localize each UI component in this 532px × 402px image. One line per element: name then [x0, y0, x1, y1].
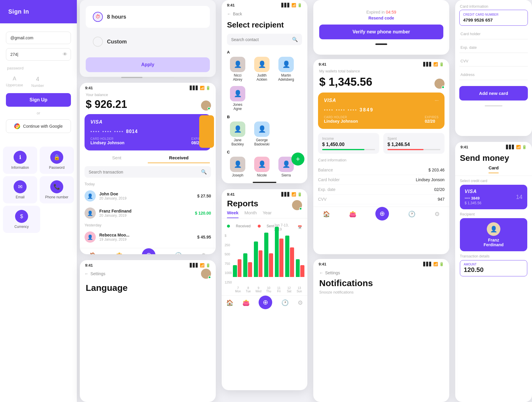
nav-wallet-bw[interactable]: 👛	[349, 210, 356, 221]
send-card-last4: 3849	[471, 196, 480, 200]
custom-radio[interactable]	[93, 37, 103, 47]
email-field[interactable]	[6, 32, 71, 44]
cc-number-field[interactable]: Credit card number 4799 9526 657	[459, 10, 528, 26]
contacts-row-a2: 👤 JonesAgne	[222, 85, 307, 112]
nav-history-icon[interactable]: 🕐	[281, 299, 289, 309]
nav-wallet-icon[interactable]: 👛	[242, 299, 250, 309]
bottom-nav-bw: 🏠 👛 ⊕ 🕐 ⚙	[313, 207, 449, 224]
address-field[interactable]: Address	[459, 69, 528, 80]
nav-home-icon[interactable]: 🏠	[226, 299, 233, 309]
contact-joseph[interactable]: 👤 Joseph	[227, 157, 248, 177]
amount-field[interactable]: Amount 120.50	[460, 260, 527, 276]
eye-icon[interactable]: 👁	[63, 52, 67, 57]
tab-month[interactable]: Month	[244, 210, 257, 218]
card-menu-icon[interactable]: ···	[435, 98, 439, 103]
contact-name-jones: JonesAgne	[233, 103, 242, 111]
credit-card-select[interactable]: VISA •••• 3849 $ 1,345.56 14	[460, 185, 527, 209]
nav-settings-bw[interactable]: ⚙	[434, 210, 440, 221]
settings-item-currency[interactable]: $ Currency	[3, 206, 40, 233]
transaction-item-3[interactable]: 👤 Rebecca Moo... 19 January, 2019 $ 45.9…	[80, 228, 216, 246]
settings-item-information[interactable]: ℹ Information	[3, 147, 37, 174]
signin-title: Sign In	[8, 8, 29, 15]
hours-radio[interactable]: ⏱	[93, 12, 103, 22]
contact-nicci[interactable]: 👤 NicciAbrey	[227, 57, 248, 82]
settings-item-phone[interactable]: 📞 Phone number	[40, 176, 74, 203]
settings-item-password[interactable]: 🔒 Password	[40, 147, 74, 174]
card-holder-label: CARD HOLDER	[90, 137, 124, 140]
contacts-row-a: 👤 NicciAbrey 👤 JudithAcklen 👤 MartinAdel…	[222, 56, 307, 83]
verify-indicator	[375, 43, 387, 45]
contact-name-george: GeorgeBadowski	[254, 138, 269, 147]
contacts-row-b: 👤 JaneBackley 👤 GeorgeBadowski	[222, 120, 307, 148]
contact-jones[interactable]: 👤 JonesAgne	[227, 86, 248, 111]
visa-card-orange[interactable]: VISA ··· •••• •••• •••• 3849 CARD HOLDER…	[318, 93, 445, 129]
amount-label: Amount	[464, 263, 523, 266]
recipient-card: 👤 FranzFerdinand	[460, 218, 527, 251]
send-money-panel: 9:41 ▋▋▋ 📶 🔋 Send money Card Select cred…	[455, 142, 532, 402]
txn-name-1: John Doe	[99, 192, 194, 196]
phone-status-bar: 9:41 ▋▋▋ 📶 🔋	[80, 83, 216, 91]
bar-green-7	[296, 259, 300, 277]
nav-settings-icon[interactable]: ⚙	[201, 252, 206, 254]
phone-bar-recipient: 9:41 ▋▋▋ 📶 🔋	[222, 0, 307, 9]
password-field[interactable]	[6, 48, 71, 61]
google-label: Continue with Google	[23, 124, 63, 129]
nav-history-icon[interactable]: 🕐	[175, 252, 182, 254]
phone-icon: 📞	[50, 180, 63, 193]
nav-wallet-icon[interactable]: 👛	[116, 252, 123, 254]
contact-nicole[interactable]: 👤 Nicole	[251, 157, 273, 177]
custom-item[interactable]: Custom	[86, 31, 210, 53]
nav-home-icon[interactable]: 🏠	[89, 252, 97, 254]
visa-card-purple[interactable]: VISA •••• •••• •••• 8014 CARD HOLDER Lin…	[85, 114, 211, 150]
balance-value: $ 926.21	[80, 98, 216, 114]
nav-fab-button[interactable]: ⊕	[142, 248, 155, 254]
add-contact-button[interactable]: +	[291, 153, 304, 166]
tab-year[interactable]: Year	[263, 210, 272, 218]
google-signin-button[interactable]: G Continue with Google	[6, 119, 71, 133]
contact-avatar-nicci: 👤	[230, 57, 245, 72]
resend-link[interactable]: Resend code	[319, 16, 443, 20]
tab-received[interactable]: Received	[148, 155, 210, 163]
nav-fab-bw[interactable]: ⊕	[375, 207, 389, 221]
contact-search-input[interactable]	[231, 37, 290, 42]
hours-item[interactable]: ⏱ 8 hours	[86, 6, 210, 28]
custom-label: Custom	[107, 39, 127, 45]
contact-jane[interactable]: 👤 JaneBackley	[227, 121, 248, 147]
phone-label: Phone number	[45, 195, 69, 199]
card-holder-plain-field[interactable]: Card holder	[459, 29, 528, 39]
search-contact-icon: 🔍	[292, 37, 298, 42]
txn-date-2: 20 January, 2019	[99, 213, 192, 218]
bar-group-mon	[233, 259, 241, 277]
nav-settings-icon[interactable]: ⚙	[298, 299, 303, 309]
signup-button[interactable]: Sign Up	[6, 93, 71, 107]
nav-fab-button[interactable]: ⊕	[259, 296, 272, 309]
notifications-title: Notifications	[313, 275, 449, 290]
apply-button[interactable]: Apply	[86, 57, 210, 72]
cvv-field[interactable]: CVV	[459, 56, 528, 67]
bar-red-3	[259, 250, 263, 277]
card-dots-big: •••• •••• •••• 3849	[324, 107, 439, 113]
tab-week[interactable]: Week	[227, 210, 239, 218]
back-settings-lang[interactable]: ← Settings	[85, 271, 106, 276]
send-tab-card[interactable]: Card	[489, 165, 499, 173]
search-input[interactable]	[89, 170, 199, 174]
visa-logo: VISA	[90, 119, 205, 125]
verify-button[interactable]: Verify new phone number	[319, 25, 443, 39]
transaction-item-1[interactable]: 👤 John Doe 20 January, 2019 $ 27.50	[80, 187, 216, 205]
nav-home-bw[interactable]: 🏠	[323, 210, 330, 221]
contact-martin[interactable]: 👤 MartinAdelsberg	[275, 57, 297, 82]
nav-history-bw[interactable]: 🕐	[408, 210, 416, 221]
settings-item-email[interactable]: ✉ Email	[3, 176, 37, 203]
add-card-button[interactable]: Add new card	[459, 86, 528, 100]
transaction-item-2[interactable]: 👤 Franz Ferdinand 20 January, 2019 $ 120…	[80, 205, 216, 222]
contact-judith[interactable]: 👤 JudithAcklen	[251, 57, 273, 82]
cardholder-info-row: Card holder Lindsey Jonson	[318, 175, 445, 185]
tab-sent[interactable]: Sent	[86, 155, 148, 163]
back-label-lang: Settings	[90, 271, 106, 276]
contact-avatar-martin: 👤	[278, 57, 294, 72]
contact-george[interactable]: 👤 GeorgeBadowski	[251, 121, 273, 147]
exp-date-field[interactable]: Exp. date	[459, 42, 528, 53]
back-settings-button[interactable]: ← Settings	[313, 268, 449, 275]
balance-val: $ 203.46	[429, 168, 445, 172]
back-button[interactable]: ← Back	[222, 9, 307, 16]
